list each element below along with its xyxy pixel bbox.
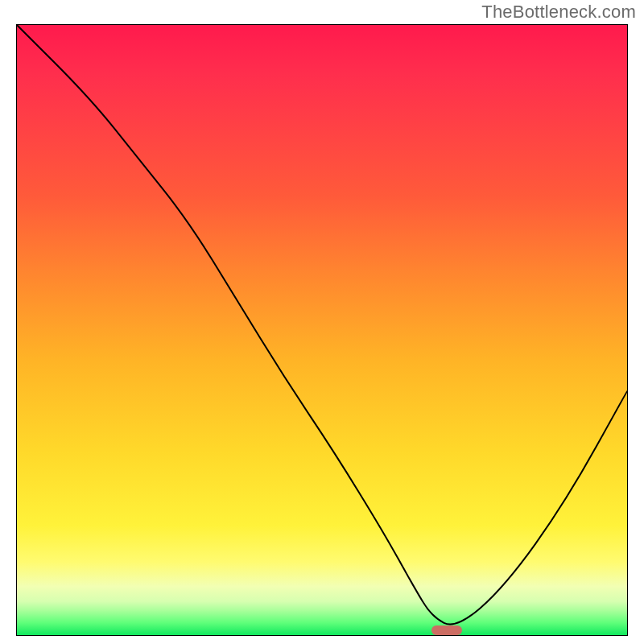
minimum-marker [431,625,462,635]
bottleneck-curve [17,25,627,635]
plot-area [16,24,628,636]
chart-container: TheBottleneck.com [0,0,644,644]
watermark-text: TheBottleneck.com [481,2,636,23]
